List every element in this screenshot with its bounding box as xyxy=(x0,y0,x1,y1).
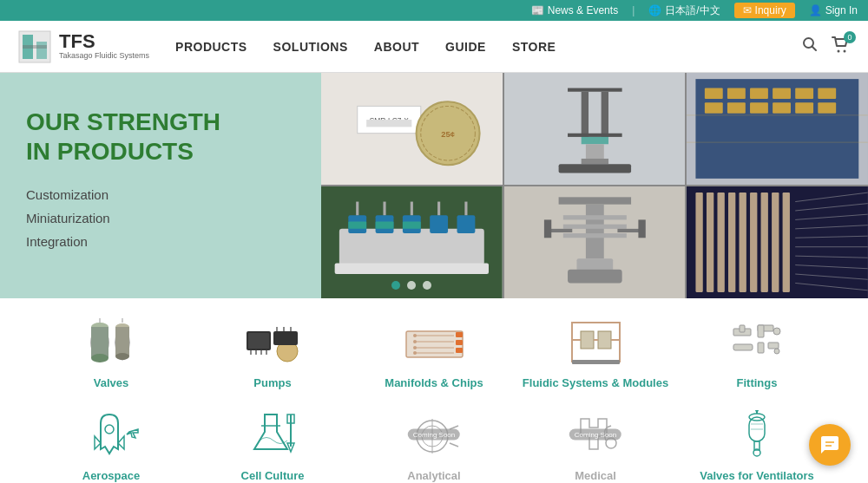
hero-banner: OUR STRENGTH IN PRODUCTS Customization M… xyxy=(0,73,868,298)
product-valves[interactable]: Valves xyxy=(35,316,187,391)
manifold-chip-icon xyxy=(402,318,467,366)
main-nav: PRODUCTS SOLUTIONS ABOUT GUIDE STORE xyxy=(175,40,802,54)
signin-button[interactable]: 👤 Sign In xyxy=(809,4,858,16)
svg-point-116 xyxy=(413,346,417,349)
hero-features: Customization Miniaturization Integratio… xyxy=(26,183,295,253)
svg-line-5 xyxy=(812,47,817,51)
news-events-link[interactable]: 📰 News & Events xyxy=(531,4,618,16)
svg-rect-65 xyxy=(617,229,640,232)
cell-culture-icon-area xyxy=(238,408,307,460)
product-aerospace[interactable]: Aerospace xyxy=(35,408,187,483)
top-bar: 📰 News & Events | 🌐 日本語/中文 ✉ Inquiry 👤 S… xyxy=(0,0,868,21)
svg-rect-69 xyxy=(696,193,703,292)
language-link[interactable]: 🌐 日本語/中文 xyxy=(648,3,720,18)
product-analytical[interactable]: Coming Soon Analytical xyxy=(358,408,510,483)
hero-image-4 xyxy=(321,186,503,298)
svg-rect-63 xyxy=(568,270,622,284)
svg-rect-77 xyxy=(783,193,790,292)
nav-guide[interactable]: GUIDE xyxy=(445,40,486,54)
svg-rect-31 xyxy=(819,88,837,100)
product-cell-culture[interactable]: Cell Culture xyxy=(196,408,349,483)
svg-rect-17 xyxy=(581,92,588,137)
svg-rect-131 xyxy=(758,325,764,337)
valves-label: Valves xyxy=(94,376,129,391)
product-manifolds[interactable]: Manifolds & Chips xyxy=(358,316,510,391)
svg-rect-54 xyxy=(403,222,421,229)
svg-rect-119 xyxy=(456,340,463,345)
carousel-dot-2[interactable] xyxy=(407,281,416,290)
svg-rect-127 xyxy=(572,360,620,364)
svg-rect-118 xyxy=(456,332,463,337)
envelope-icon: ✉ xyxy=(743,4,752,16)
svg-rect-66 xyxy=(544,219,551,238)
carousel-dot-1[interactable] xyxy=(391,281,400,290)
svg-rect-132 xyxy=(733,344,753,350)
svg-rect-22 xyxy=(581,159,608,164)
pump-icon-area xyxy=(238,316,307,368)
carousel-dots xyxy=(391,281,431,290)
aerospace-icon-area xyxy=(76,408,146,460)
svg-rect-105 xyxy=(273,331,298,345)
svg-rect-23 xyxy=(558,164,630,173)
svg-line-146 xyxy=(450,443,458,447)
header: TFS Takasago Fluidic Systems PRODUCTS SO… xyxy=(0,21,868,73)
svg-rect-61 xyxy=(562,233,626,238)
svg-point-136 xyxy=(774,349,779,354)
product-pumps[interactable]: Pumps xyxy=(196,316,349,391)
hero-image-2 xyxy=(504,73,686,185)
product-fluidic[interactable]: Fluidic Systems & Modules xyxy=(519,316,672,391)
svg-rect-134 xyxy=(768,343,779,349)
svg-point-137 xyxy=(105,425,114,434)
svg-point-114 xyxy=(413,334,417,337)
svg-rect-57 xyxy=(558,197,630,204)
svg-rect-74 xyxy=(750,193,757,292)
news-icon: 📰 xyxy=(531,4,544,16)
carousel-dot-3[interactable] xyxy=(423,281,431,290)
inquiry-button[interactable]: ✉ Inquiry xyxy=(734,3,795,18)
svg-rect-64 xyxy=(549,229,572,232)
svg-rect-123 xyxy=(598,331,611,349)
chat-button[interactable] xyxy=(809,424,851,466)
ventilator-icon-area xyxy=(722,408,792,460)
svg-rect-72 xyxy=(728,193,735,292)
hero-image-grid: SMR-LC7-X 25¢ xyxy=(321,73,868,298)
nav-products[interactable]: PRODUCTS xyxy=(175,40,247,54)
svg-rect-29 xyxy=(773,88,791,100)
aerospace-label: Aerospace xyxy=(82,469,140,483)
fluidic-icon xyxy=(563,318,628,366)
svg-rect-59 xyxy=(562,215,626,219)
cart-button[interactable]: 0 xyxy=(832,36,851,57)
svg-rect-94 xyxy=(115,327,129,356)
nav-store[interactable]: STORE xyxy=(512,40,556,54)
logo-subtitle: Takasago Fluidic Systems xyxy=(59,51,149,61)
nav-about[interactable]: ABOUT xyxy=(374,40,419,54)
svg-rect-26 xyxy=(705,88,723,100)
product-medical[interactable]: Coming Soon Medical xyxy=(519,408,672,483)
coming-soon-badge-medical: Coming Soon xyxy=(569,428,621,440)
svg-rect-129 xyxy=(740,325,745,332)
svg-rect-33 xyxy=(727,102,746,114)
svg-rect-99 xyxy=(248,333,269,349)
svg-rect-30 xyxy=(796,88,814,100)
globe-icon: 🌐 xyxy=(648,4,661,16)
svg-rect-53 xyxy=(376,222,394,229)
hero-image-6 xyxy=(687,186,868,298)
logo-tfs-text: TFS xyxy=(59,32,149,51)
logo[interactable]: TFS Takasago Fluidic Systems xyxy=(17,29,149,64)
manifold-icon-area xyxy=(399,316,469,368)
analytical-icon-area: Coming Soon xyxy=(399,408,469,460)
product-fittings[interactable]: Fittings xyxy=(681,316,833,391)
hero-text-area: OUR STRENGTH IN PRODUCTS Customization M… xyxy=(0,73,321,298)
svg-rect-90 xyxy=(91,327,108,358)
valve-icon-area xyxy=(76,316,146,368)
svg-rect-19 xyxy=(568,134,622,137)
search-button[interactable] xyxy=(802,36,818,56)
svg-rect-36 xyxy=(796,102,814,114)
svg-rect-37 xyxy=(819,102,837,114)
nav-solutions[interactable]: SOLUTIONS xyxy=(273,40,348,54)
products-section: Valves Pumps xyxy=(0,298,868,483)
svg-point-7 xyxy=(844,49,846,52)
fluidic-label: Fluidic Systems & Modules xyxy=(523,376,668,391)
svg-rect-16 xyxy=(568,88,622,92)
fittings-label: Fittings xyxy=(737,376,778,391)
